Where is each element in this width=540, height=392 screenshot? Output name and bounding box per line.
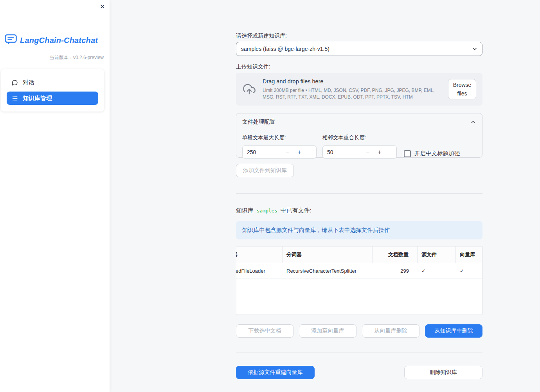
expander-title: 文件处理配置 [242, 119, 275, 126]
cell-splitter: RecursiveCharacterTextSplitter [283, 263, 373, 279]
dropzone-hint: Limit 200MB per file • HTML, MD, JSON, C… [263, 87, 442, 100]
add-to-vector-store-button[interactable]: 添加至向量库 [299, 324, 356, 338]
chunk-size-label: 单段文本最大长度: [242, 134, 317, 141]
column-header-loader[interactable]: 文档加载器 [236, 246, 283, 263]
files-table: 文档加载器 分词器 文档数量 源文件 向量库 UnstructuredFileL… [236, 246, 482, 315]
sidebar-item-knowledge-base[interactable]: 知识库管理 [7, 92, 98, 105]
download-selected-button[interactable]: 下载选中文档 [236, 324, 293, 338]
chat-bubble-icon [11, 79, 18, 86]
browse-files-button[interactable]: Browse files [448, 79, 476, 99]
expander-body: 单段文本最大长度: − + 相邻文本重合长度: − + 开启中文标题加强 [242, 134, 476, 159]
main-content: 请选择或新建知识库: samples (faiss @ bge-large-zh… [236, 0, 482, 379]
kb-files-suffix: 中已有文件: [281, 207, 311, 214]
cell-vector-store-check: ✓ [456, 263, 482, 279]
overlap-plus-button[interactable]: + [374, 149, 385, 156]
chunk-size-stepper: − + [242, 145, 317, 159]
kb-select-value: samples (faiss @ bge-large-zh-v1.5) [241, 46, 329, 52]
list-icon [11, 95, 18, 102]
kb-files-prefix: 知识库 [236, 207, 254, 214]
upload-label: 上传知识文件: [236, 63, 482, 70]
sidebar-item-label: 知识库管理 [23, 95, 52, 102]
logo: LangChain-Chatchat [4, 34, 106, 47]
table-row[interactable]: UnstructuredFileLoader RecursiveCharacte… [236, 263, 482, 279]
remove-from-vector-store-button[interactable]: 从向量库删除 [362, 324, 419, 338]
zh-title-enhance-checkbox[interactable] [404, 150, 411, 157]
logo-text: LangChain-Chatchat [20, 36, 98, 45]
overlap-group: 相邻文本重合长度: − + [322, 134, 397, 159]
file-actions: 下载选中文档 添加至向量库 从向量库删除 从知识库中删除 [236, 324, 482, 338]
chunk-size-input[interactable] [243, 149, 282, 155]
cell-loader: UnstructuredFileLoader [236, 263, 283, 279]
zh-title-enhance-group: 开启中文标题加强 [404, 150, 460, 157]
files-table-inner: 文档加载器 分词器 文档数量 源文件 向量库 UnstructuredFileL… [236, 246, 482, 279]
overlap-stepper: − + [322, 145, 397, 159]
chunk-size-group: 单段文本最大长度: − + [242, 134, 317, 159]
sidebar: × LangChain-Chatchat 当前版本：v0.2.6-preview… [0, 0, 110, 392]
info-banner: 知识库中包含源文件与向量库，请从下表中选择文件后操作 [236, 221, 482, 239]
sidebar-menu: 对话 知识库管理 [1, 69, 104, 111]
version-text: 当前版本：v0.2.6-preview [50, 54, 104, 61]
cell-doc-count: 299 [373, 263, 418, 279]
kb-name-code: samples [257, 208, 277, 214]
expander-header[interactable]: 文件处理配置 [242, 119, 476, 126]
overlap-input[interactable] [323, 149, 362, 155]
kb-files-heading: 知识库 samples 中已有文件: [236, 207, 482, 214]
column-header-source-file[interactable]: 源文件 [418, 246, 456, 263]
close-sidebar-icon[interactable]: × [100, 2, 105, 11]
column-header-doc-count[interactable]: 文档数量 [373, 246, 418, 263]
divider [236, 193, 482, 194]
dropzone-text: Drag and drop files here Limit 200MB per… [263, 78, 442, 100]
dropzone-title: Drag and drop files here [263, 78, 442, 85]
divider [236, 352, 482, 352]
delete-kb-button[interactable]: 删除知识库 [404, 366, 482, 379]
chunk-size-plus-button[interactable]: + [293, 149, 305, 156]
overlap-minus-button[interactable]: − [362, 149, 374, 156]
rebuild-vector-store-button[interactable]: 依据源文件重建向量库 [236, 366, 315, 379]
file-dropzone[interactable]: Drag and drop files here Limit 200MB per… [236, 73, 482, 106]
upload-cloud-icon [242, 83, 256, 95]
kb-select[interactable]: samples (faiss @ bge-large-zh-v1.5) [236, 42, 482, 56]
footer-actions: 依据源文件重建向量库 删除知识库 [236, 366, 482, 379]
kb-select-label: 请选择或新建知识库: [236, 32, 482, 40]
overlap-label: 相邻文本重合长度: [322, 134, 397, 141]
delete-from-kb-button[interactable]: 从知识库中删除 [425, 324, 482, 338]
info-banner-text: 知识库中包含源文件与向量库，请从下表中选择文件后操作 [242, 227, 390, 234]
cell-source-file-check: ✓ [418, 263, 456, 279]
logo-chat-icon [4, 34, 17, 47]
file-config-expander: 文件处理配置 单段文本最大长度: − + 相邻文本重合长度: − + [236, 113, 482, 158]
chunk-size-minus-button[interactable]: − [282, 149, 293, 156]
chevron-down-icon [471, 45, 478, 52]
sidebar-item-chat[interactable]: 对话 [7, 76, 98, 89]
column-header-vector-store[interactable]: 向量库 [456, 246, 482, 263]
files-table-header: 文档加载器 分词器 文档数量 源文件 向量库 [236, 246, 482, 263]
chevron-up-icon [470, 119, 476, 125]
column-header-splitter[interactable]: 分词器 [283, 246, 373, 263]
add-files-button[interactable]: 添加文件到知识库 [236, 164, 294, 177]
sidebar-item-label: 对话 [23, 79, 34, 86]
zh-title-enhance-label: 开启中文标题加强 [414, 150, 460, 157]
